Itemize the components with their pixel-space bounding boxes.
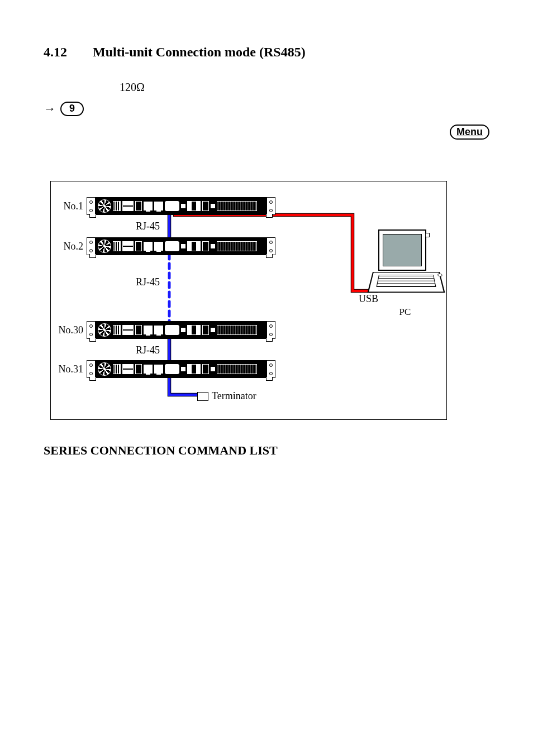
series-command-list-heading: SERIES CONNECTION COMMAND LIST [44, 443, 489, 458]
terminator-icon [197, 392, 208, 401]
menu-button[interactable]: Menu [450, 125, 489, 140]
unit-1: No.1 [58, 197, 275, 215]
device-rear-panel [87, 197, 275, 215]
device-rear-panel [87, 360, 275, 378]
unit-2: No.2 [58, 237, 275, 255]
terminator: Terminator [197, 390, 256, 402]
resistor-value: 120Ω [120, 81, 489, 94]
device-rear-panel [87, 237, 275, 255]
pc-label: PC [373, 307, 437, 318]
device-rear-panel [87, 321, 275, 339]
unit-label: No.2 [58, 241, 83, 252]
unit-label: No.31 [58, 363, 83, 375]
section-heading: 4.12 Multi-unit Connection mode (RS485) [44, 45, 489, 60]
unit-label: No.30 [58, 324, 83, 336]
section-number: 4.12 [44, 45, 93, 60]
pc-laptop-icon: PC [373, 229, 437, 319]
section-title: Multi-unit Connection mode (RS485) [93, 45, 306, 60]
step-9-button[interactable]: 9 [60, 102, 84, 116]
unit-30: No.30 [58, 321, 275, 339]
arrow-icon: → [44, 102, 56, 116]
unit-31: No.31 [58, 360, 275, 378]
connection-diagram: No.1 RJ-45 No.2 [50, 181, 447, 420]
unit-label: No.1 [58, 200, 83, 212]
terminator-label: Terminator [212, 390, 256, 402]
rj45-label: RJ-45 [136, 276, 160, 288]
rj45-label: RJ-45 [136, 344, 160, 356]
rj45-label: RJ-45 [136, 221, 160, 232]
